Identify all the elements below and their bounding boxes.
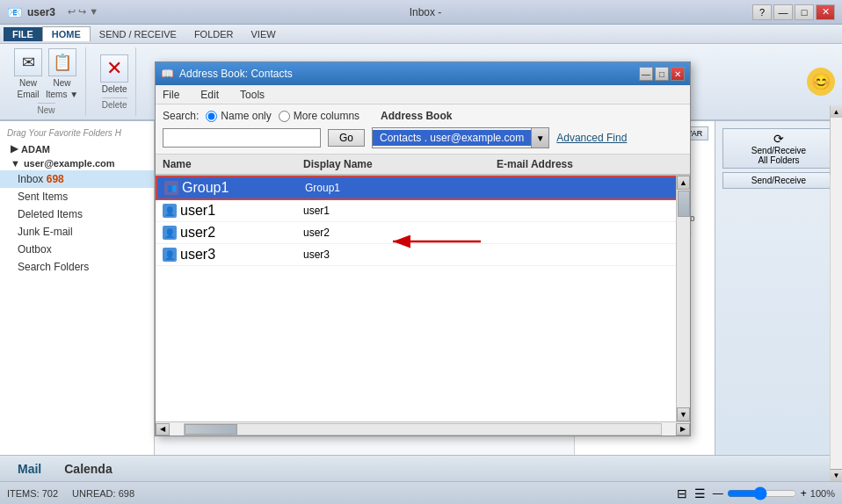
dialog-minimize-btn[interactable]: — xyxy=(639,67,653,81)
search-row: Search: Name only More columns Address B… xyxy=(163,110,683,122)
dialog-table-header: Name Display Name E-mail Address xyxy=(156,155,690,176)
list-row-user3[interactable]: 👤 user3 user3 xyxy=(156,244,690,266)
group-icon: 👥 xyxy=(164,181,178,195)
user2-name-cell: 👤 user2 xyxy=(163,225,303,241)
dialog-controls: — □ ✕ xyxy=(639,67,685,81)
address-book-dropdown[interactable]: Contacts . user@example.com ▼ xyxy=(372,127,549,148)
radio-more-columns[interactable]: More columns xyxy=(279,110,359,122)
dialog-close-btn[interactable]: ✕ xyxy=(671,67,685,81)
user3-name-cell: 👤 user3 xyxy=(163,247,303,263)
user3-icon: 👤 xyxy=(163,248,177,262)
user2-icon: 👤 xyxy=(163,226,177,240)
dialog-scroll-down-btn[interactable]: ▼ xyxy=(677,407,690,421)
dialog-menu: File Edit Tools xyxy=(156,85,690,104)
go-button[interactable]: Go xyxy=(328,129,365,147)
dialog-footer: ◀ ▶ xyxy=(156,421,690,436)
col-display-header: Display Name xyxy=(303,158,497,170)
dialog-overlay: 📖 Address Book: Contacts — □ ✕ File Edit… xyxy=(0,0,842,504)
col-name-header: Name xyxy=(163,158,303,170)
hscroll-right-btn[interactable]: ▶ xyxy=(676,423,690,436)
dialog-title: 📖 Address Book: Contacts xyxy=(161,68,293,80)
hscroll-left-btn[interactable]: ◀ xyxy=(156,423,170,436)
radio-name-only[interactable]: Name only xyxy=(206,110,271,122)
dialog-menu-tools[interactable]: Tools xyxy=(236,87,268,103)
dropdown-arrow-icon[interactable]: ▼ xyxy=(531,128,548,148)
list-row-user2[interactable]: 👤 user2 user2 xyxy=(156,222,690,244)
user1-name-cell: 👤 user1 xyxy=(163,203,303,219)
dialog-menu-edit[interactable]: Edit xyxy=(197,87,222,103)
dialog-hscroll-track[interactable] xyxy=(184,423,662,436)
dialog-list: 👥 Group1 Group1 👤 user1 user1 xyxy=(156,176,690,421)
dialog-scroll-up-btn[interactable]: ▲ xyxy=(677,176,690,190)
list-row-user1[interactable]: 👤 user1 user1 xyxy=(156,200,690,222)
group1-name-cell: 👥 Group1 xyxy=(164,180,305,196)
dialog-menu-file[interactable]: File xyxy=(159,87,183,103)
user1-icon: 👤 xyxy=(163,204,177,218)
dialog-scroll-track xyxy=(677,190,690,421)
dialog-scrollbar-v[interactable]: ▲ ▼ xyxy=(676,176,690,421)
address-book-dialog: 📖 Address Book: Contacts — □ ✕ File Edit… xyxy=(155,61,691,436)
col-email-header: E-mail Address xyxy=(497,158,683,170)
radio-more-columns-input[interactable] xyxy=(279,111,290,122)
advanced-find-link[interactable]: Advanced Find xyxy=(556,132,627,144)
dialog-hscroll-thumb[interactable] xyxy=(185,424,237,435)
dialog-title-bar: 📖 Address Book: Contacts — □ ✕ xyxy=(156,62,690,85)
dialog-restore-btn[interactable]: □ xyxy=(655,67,669,81)
address-book-row: Go Contacts . user@example.com ▼ Advance… xyxy=(163,127,683,148)
dialog-toolbar: Search: Name only More columns Address B… xyxy=(156,104,690,155)
list-row-group1[interactable]: 👥 Group1 Group1 xyxy=(156,176,690,200)
dialog-list-container: 👥 Group1 Group1 👤 user1 user1 xyxy=(156,176,690,421)
radio-name-only-input[interactable] xyxy=(206,111,217,122)
search-input[interactable] xyxy=(163,128,321,148)
dialog-scroll-thumb[interactable] xyxy=(678,191,690,217)
dialog-title-icon: 📖 xyxy=(161,68,174,80)
